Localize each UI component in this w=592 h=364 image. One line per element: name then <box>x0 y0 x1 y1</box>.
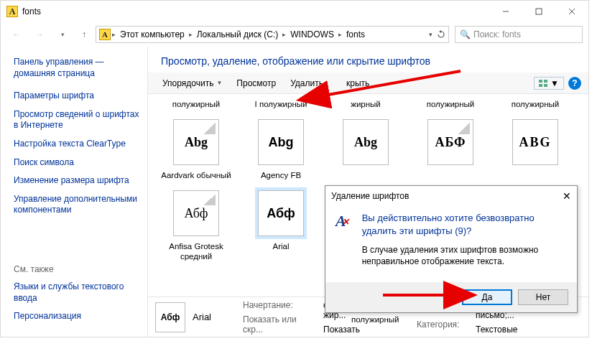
fonts-folder-icon: A <box>6 6 18 17</box>
font-item-selected[interactable]: Абф Arial <box>239 187 323 268</box>
font-item[interactable]: ABG <box>493 116 578 187</box>
font-label[interactable]: полужирный <box>509 97 563 116</box>
side-panel: Панель управления — домашняя страница Па… <box>1 47 147 337</box>
search-icon: 🔍 <box>460 29 471 39</box>
font-label <box>363 168 369 178</box>
nav-up-button[interactable]: ↑ <box>75 26 93 43</box>
details-value: Показать <box>323 325 410 335</box>
view-mode-button[interactable]: ▼ <box>534 77 564 90</box>
chevron-down-icon: ▼ <box>550 78 559 88</box>
font-label <box>448 168 453 178</box>
font-label: Agency FB <box>258 168 304 187</box>
font-thumb: Abg <box>343 119 389 165</box>
font-thumb: АБФ <box>427 119 473 165</box>
svg-rect-1 <box>536 9 542 14</box>
font-item[interactable]: Abg Agency FB <box>239 116 323 187</box>
font-thumb: ABG <box>512 119 558 165</box>
nav-recent-button[interactable]: ▾ <box>52 26 73 43</box>
address-bar: ← → ▾ ↑ A ▸ Этот компьютер ▸ Локальный д… <box>1 22 588 47</box>
font-label: полужирный <box>351 315 399 324</box>
sidebar-link[interactable]: Поиск символа <box>14 157 140 169</box>
maximize-button[interactable] <box>522 1 555 22</box>
font-thumb: Абф <box>173 190 219 236</box>
font-thumb: Abg <box>258 119 304 165</box>
titlebar: A fonts <box>1 1 588 22</box>
breadcrumb-seg[interactable]: Локальный диск (C:) <box>194 29 282 39</box>
nav-back-button[interactable]: ← <box>6 26 27 43</box>
chevron-down-icon[interactable]: ▾ <box>429 31 433 38</box>
sidebar-link[interactable]: Персонализация <box>14 311 140 322</box>
dialog-close-button[interactable]: ✕ <box>563 190 571 202</box>
chevron-right-icon[interactable]: ▸ <box>112 31 116 38</box>
view-label: Просмотр <box>236 78 276 88</box>
font-thumb: Abg <box>173 119 219 165</box>
view-button[interactable]: Просмотр <box>229 73 283 93</box>
breadcrumb[interactable]: A ▸ Этот компьютер ▸ Локальный диск (C:)… <box>96 26 449 43</box>
svg-rect-5 <box>544 80 547 83</box>
annotation-arrow <box>380 286 488 306</box>
chevron-right-icon[interactable]: ▸ <box>338 31 342 38</box>
search-input[interactable]: 🔍 Поиск: fonts <box>455 26 583 43</box>
see-also-heading: См. также <box>14 264 140 274</box>
details-key: Категория: <box>417 319 468 330</box>
breadcrumb-seg[interactable]: Этот компьютер <box>117 29 188 39</box>
chevron-right-icon[interactable]: ▸ <box>189 31 193 38</box>
font-label: Aardvark обычный <box>158 168 234 187</box>
minimize-button[interactable] <box>489 1 522 22</box>
font-thumb: Абф <box>258 190 304 236</box>
breadcrumb-seg[interactable]: WINDOWS <box>287 29 337 39</box>
svg-rect-4 <box>539 80 542 83</box>
dialog-question: Вы действительно хотите безвозвратно уда… <box>362 212 567 237</box>
font-item[interactable]: Abg Aardvark обычный <box>154 116 239 187</box>
organize-label: Упорядочить <box>162 78 213 88</box>
explorer-window: A fonts ← → ▾ ↑ A ▸ Этот компьютер ▸ Лок… <box>0 0 589 337</box>
chevron-right-icon[interactable]: ▸ <box>282 31 286 38</box>
font-label[interactable]: I полужирный <box>252 97 310 116</box>
nav-forward-button[interactable]: → <box>29 26 50 43</box>
annotation-arrow <box>310 67 468 105</box>
refresh-button[interactable] <box>434 30 448 39</box>
sidebar-link[interactable]: Изменение размера шрифта <box>14 175 140 187</box>
sidebar-link[interactable]: Настройка текста ClearType <box>14 139 140 150</box>
fonts-folder-icon: A <box>99 29 111 40</box>
sidebar-link[interactable]: Параметры шрифта <box>14 90 140 102</box>
font-label: Arial <box>269 239 292 258</box>
organize-button[interactable]: Упорядочить ▼ <box>155 73 229 93</box>
svg-rect-6 <box>539 84 542 87</box>
details-thumb: Абф <box>155 302 185 332</box>
details-name: Arial <box>193 312 236 322</box>
font-delete-icon: A✕ <box>336 212 353 282</box>
sidebar-link[interactable]: Языки и службы текстового ввода <box>14 281 140 304</box>
chevron-down-icon: ▼ <box>216 80 222 86</box>
svg-rect-7 <box>544 84 547 87</box>
close-button[interactable] <box>555 1 588 22</box>
dialog-titlebar: Удаление шрифтов ✕ <box>325 186 577 206</box>
search-placeholder: Поиск: fonts <box>473 29 521 39</box>
window-title: fonts <box>22 6 41 17</box>
dialog-title: Удаление шрифтов <box>331 191 409 201</box>
svg-line-8 <box>324 71 461 95</box>
font-label[interactable]: полужирный <box>170 97 223 116</box>
breadcrumb-seg[interactable]: fonts <box>343 29 368 39</box>
details-key: Показать или скр... <box>243 314 316 335</box>
font-item[interactable]: Abg <box>323 116 408 187</box>
font-label: Anfisa Grotesk средний <box>154 239 239 268</box>
control-panel-home-link[interactable]: Панель управления — домашняя страница <box>14 57 140 79</box>
dialog-warning: В случае удаления этих шрифтов возможно … <box>362 244 567 267</box>
font-label <box>532 168 538 178</box>
details-key: Начертание: <box>243 300 316 310</box>
font-item[interactable]: АБФ <box>408 116 493 187</box>
dialog-no-button[interactable]: Нет <box>518 289 568 305</box>
details-value: Текстовые <box>476 325 581 335</box>
sidebar-link[interactable]: Просмотр сведений о шрифтах в Интернете <box>14 109 140 131</box>
sidebar-link[interactable]: Управление дополнительными компонентами <box>14 194 140 216</box>
font-item[interactable]: Абф Anfisa Grotesk средний <box>154 187 239 268</box>
help-button[interactable]: ? <box>568 77 581 90</box>
